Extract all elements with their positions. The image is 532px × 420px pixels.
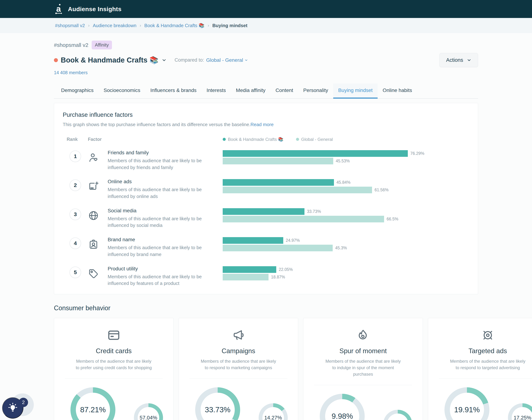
audience-donut-chart: 87.21% xyxy=(70,387,115,420)
megaphone-icon xyxy=(232,329,245,343)
legend-item: Book & Handmade Crafts 📚 xyxy=(223,137,283,142)
breadcrumb-separator: › xyxy=(140,23,141,28)
legend-label: Book & Handmade Crafts 📚 xyxy=(228,137,283,142)
rank-badge: 5 xyxy=(70,267,81,278)
baseline-bar xyxy=(223,216,384,222)
panel-title: Purchase influence factors xyxy=(63,111,469,118)
rank-number: 1 xyxy=(74,153,77,159)
tab-buying-mindset[interactable]: Buying mindset xyxy=(333,84,378,99)
tab-content[interactable]: Content xyxy=(271,84,298,99)
tab-influencers-brands[interactable]: Influencers & brands xyxy=(145,84,201,99)
consumer-behavior-card: Credit cards Members of the audience tha… xyxy=(54,318,174,420)
card-description: Members of the audience that are likely … xyxy=(199,358,278,371)
actions-button[interactable]: Actions xyxy=(440,53,478,67)
factor-title: Brand name xyxy=(108,237,223,242)
audience-donut-value: 33.73% xyxy=(205,405,230,414)
audience-bar xyxy=(223,208,304,215)
product-utility-icon xyxy=(88,266,108,287)
breadcrumb: #shopsmall v2›Audience breakdown›Book & … xyxy=(0,18,532,33)
baseline-bar-value: 45.3% xyxy=(335,246,347,250)
card-title: Credit cards xyxy=(96,347,132,355)
online-ads-icon xyxy=(88,179,108,200)
baseline-bar xyxy=(223,274,269,280)
card-description: Members of the audience that are likely … xyxy=(323,358,403,377)
audience-title-row: Book & Handmade Crafts 📚 Compared to: Gl… xyxy=(54,53,478,67)
actions-button-label: Actions xyxy=(446,57,463,63)
breadcrumb-link[interactable]: Audience breakdown xyxy=(93,23,137,28)
audience-bar-value: 22.05% xyxy=(279,267,293,272)
rank-number: 5 xyxy=(74,269,77,275)
factor-row: 4 Brand name Members of this audience th… xyxy=(63,237,469,258)
baseline-bar-value: 45.53% xyxy=(336,159,350,164)
baseline-donut-chart: 52.37% xyxy=(383,410,412,420)
factor-row: 2 Online ads Members of this audience th… xyxy=(63,179,469,200)
baseline-bar xyxy=(223,187,372,193)
factor-row: 3 Social media Members of this audience … xyxy=(63,208,469,229)
breadcrumb-link[interactable]: Book & Handmade Crafts 📚 xyxy=(144,23,204,28)
compared-to-label: Compared to: xyxy=(175,57,204,63)
tab-socioeconomics[interactable]: Socioeconomics xyxy=(99,84,145,99)
audiense-logo-icon[interactable]: a xyxy=(55,4,63,14)
tab-demographics[interactable]: Demographics xyxy=(56,84,99,99)
card-title: Spur of moment xyxy=(339,347,387,355)
factor-title: Online ads xyxy=(108,179,223,184)
legend-item: Global - General xyxy=(296,137,333,142)
notification-badge: 2 xyxy=(19,398,28,407)
audience-bar-value: 33.73% xyxy=(307,209,321,214)
baseline-donut-chart: 14.27% xyxy=(259,403,288,420)
tab-interests[interactable]: Interests xyxy=(201,84,231,99)
consumer-behavior-card: Campaigns Members of the audience that a… xyxy=(179,318,298,420)
breadcrumb-link[interactable]: #shopsmall v2 xyxy=(55,23,85,28)
panel-description-text: This graph shows the top purchase influe… xyxy=(63,122,250,127)
audience-donut-chart: 19.91% xyxy=(444,387,489,420)
read-more-link[interactable]: Read more xyxy=(250,122,274,127)
factor-description: Members of this audience that are likely… xyxy=(108,186,205,200)
baseline-donut-value: 14.27% xyxy=(264,415,282,420)
rank-badge: 3 xyxy=(70,209,81,220)
card-description: Members of the audience that are likely … xyxy=(448,358,527,371)
divider xyxy=(439,378,532,379)
factor-description: Members of this audience that are likely… xyxy=(108,273,205,287)
consumer-behavior-cards: Credit cards Members of the audience tha… xyxy=(54,318,478,420)
target-icon xyxy=(481,329,494,343)
audience-chevron-down-icon[interactable] xyxy=(162,58,167,63)
chevron-down-icon xyxy=(244,58,248,62)
rank-number: 3 xyxy=(74,211,77,217)
audience-bar xyxy=(223,150,408,157)
baseline-selector-value: Global - General xyxy=(206,57,243,63)
divider xyxy=(189,378,287,379)
tab-online-habits[interactable]: Online habits xyxy=(378,84,417,99)
factor-rows: 1 Friends and family Members of this aud… xyxy=(63,150,469,287)
rank-number: 2 xyxy=(74,182,77,188)
members-link[interactable]: 14 408 members xyxy=(54,70,478,75)
factor-column-header: Factor xyxy=(88,137,223,142)
section-tabs: DemographicsSocioeconomicsInfluencers & … xyxy=(54,84,478,99)
affinity-badge: Affinity xyxy=(92,41,112,49)
baseline-bar xyxy=(223,245,333,251)
baseline-donut-value: 17.25% xyxy=(514,415,531,420)
baseline-selector[interactable]: Global - General xyxy=(206,57,248,63)
audience-bar-value: 45.84% xyxy=(336,180,350,185)
breadcrumb-separator: › xyxy=(208,23,209,28)
page-title: Book & Handmade Crafts 📚 xyxy=(61,56,158,64)
factor-title: Friends and family xyxy=(108,150,223,156)
report-name: #shopsmall v2 xyxy=(54,42,89,48)
baseline-bar-value: 66.5% xyxy=(387,217,398,222)
top-navbar: a Audiense Insights xyxy=(0,0,532,18)
audience-bar xyxy=(223,266,276,273)
tab-personality[interactable]: Personality xyxy=(298,84,333,99)
floating-help-widget: 2 xyxy=(2,393,36,420)
credit-card-icon xyxy=(107,329,121,343)
factor-description: Members of this audience that are likely… xyxy=(108,215,205,229)
tab-media-affinity[interactable]: Media affinity xyxy=(231,84,271,99)
factor-description: Members of this audience that are likely… xyxy=(108,244,205,258)
legend-dot xyxy=(223,138,226,141)
audience-bar xyxy=(223,179,334,186)
audience-bar-value: 76.29% xyxy=(410,151,424,156)
baseline-bar-value: 18.87% xyxy=(271,275,285,280)
chart-header: Rank Factor Book & Handmade Crafts 📚 Glo… xyxy=(63,137,469,142)
audience-bar-value: 24.97% xyxy=(286,238,300,243)
panel-description: This graph shows the top purchase influe… xyxy=(63,122,469,127)
baseline-bar xyxy=(223,158,333,164)
baseline-donut-chart: 57.04% xyxy=(134,403,163,420)
